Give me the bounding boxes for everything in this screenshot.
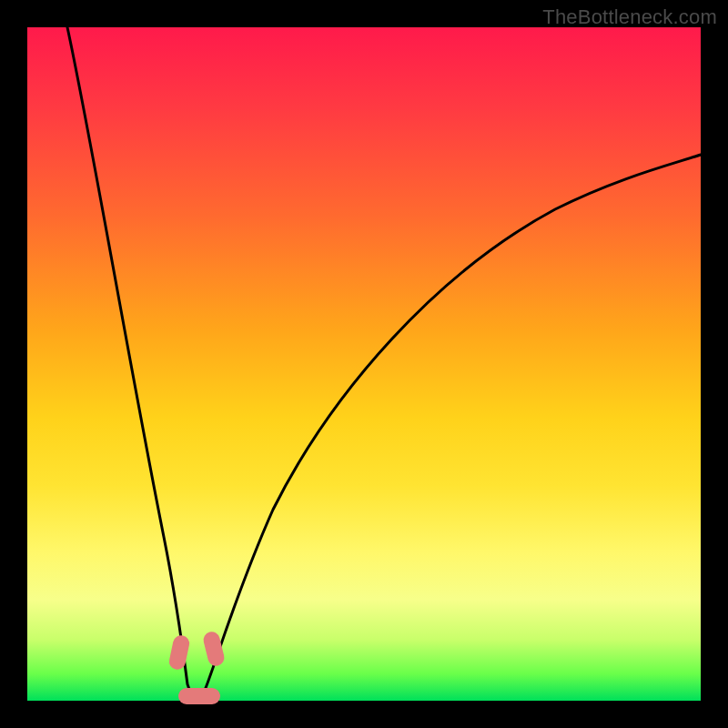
left-curve-marker	[167, 634, 191, 672]
left-curve	[67, 27, 193, 699]
trough-marker	[178, 688, 220, 704]
bottleneck-curve-plot	[27, 27, 701, 701]
right-curve	[198, 155, 701, 699]
right-curve-marker	[202, 630, 227, 667]
chart-stage: TheBottleneck.com	[0, 0, 728, 728]
watermark-text: TheBottleneck.com	[542, 5, 717, 29]
